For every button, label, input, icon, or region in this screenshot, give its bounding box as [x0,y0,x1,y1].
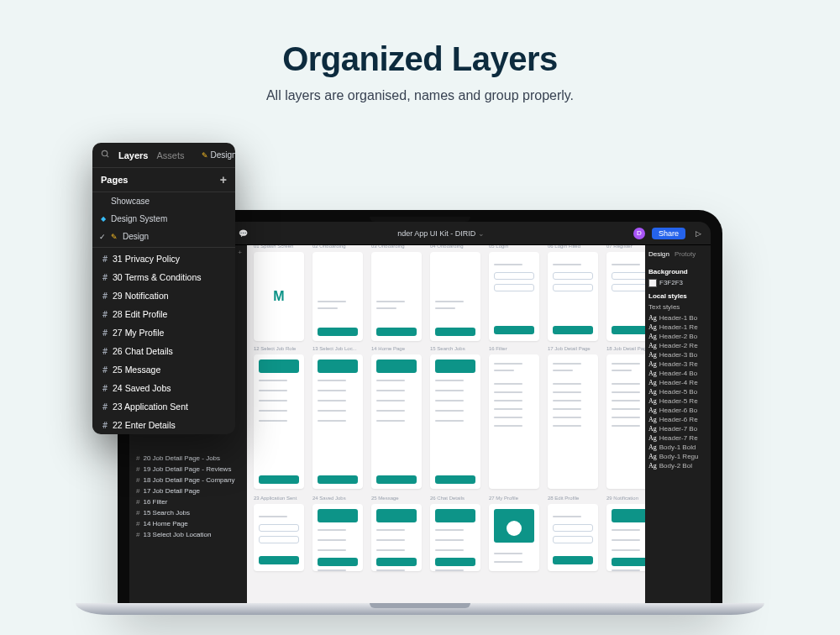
comment-tool-icon[interactable]: 💬 [237,228,249,239]
background-section-label: Background [648,268,707,276]
layer-frame-item[interactable]: #25 Message [92,360,235,379]
text-style-item[interactable]: AgHeader-5 Re [648,396,707,406]
artboard[interactable]: 02 Onboarding [312,252,363,341]
tab-assets[interactable]: Assets [156,150,184,160]
layer-frame-item[interactable]: #23 Application Sent [92,397,235,416]
document-title[interactable]: nder App UI Kit - DIRID ⌄ [255,229,627,238]
artboard-label: 12 Select Job Role [254,346,296,351]
text-style-item[interactable]: AgBody-2 Bol [648,461,707,470]
artboard-label: 24 Saved Jobs [312,496,346,501]
share-button[interactable]: Share [652,228,685,239]
artboard-label: 15 Search Jobs [430,346,465,351]
play-icon[interactable]: ▷ [692,228,704,239]
user-avatar[interactable]: D [633,228,645,239]
artboard[interactable]: 04 Onboarding [430,252,480,341]
artboard-label: 29 Notification [606,496,638,501]
artboard-label: 18 Job Detail Pag [606,346,645,351]
text-style-item[interactable]: AgHeader-6 Bo [648,406,707,415]
text-style-item[interactable]: AgHeader-6 Re [648,415,707,424]
artboard[interactable]: 01 Splash ScreenM [254,252,304,341]
text-style-item[interactable]: AgBody-1 Regu [648,452,707,461]
page-item[interactable]: Showcase [92,192,235,210]
artboard-label: 27 My Profile [489,496,518,501]
sidebar-frame-item[interactable]: #13 Select Job Location [129,529,247,540]
artboard[interactable]: 14 Home Page [371,354,422,489]
page-selector[interactable]: ✎ Design ⌃ [202,150,236,160]
layer-frame-item[interactable]: #30 Terms & Conditions [92,268,235,286]
laptop-base [76,603,764,615]
plus-icon[interactable]: + [238,249,242,256]
local-styles-label: Local styles [648,292,707,300]
sidebar-frame-item[interactable]: #20 Job Detail Page - Jobs [129,453,247,464]
artboard[interactable]: 07 Register [606,252,645,341]
tab-layers[interactable]: Layers [118,150,148,160]
text-style-item[interactable]: AgHeader-2 Bo [648,332,707,341]
artboard-label: 04 Onboarding [430,245,464,249]
text-style-item[interactable]: AgHeader-7 Re [648,433,707,443]
artboard[interactable]: 29 Notification [606,504,645,571]
artboard-label: 13 Select Job Loc... [312,346,357,351]
layer-frame-item[interactable]: #29 Notification [92,286,235,305]
sidebar-frame-item[interactable]: #15 Search Jobs [129,507,247,518]
editor-right-inspector: Design Prototy Background F3F2F3 Local s… [645,245,711,605]
artboard[interactable]: 06 Login Filled [548,252,598,341]
layer-frame-item[interactable]: #26 Chat Details [92,342,235,360]
artboard[interactable]: 16 Filter [489,354,539,489]
artboard[interactable]: 03 Onboarding [371,252,422,341]
artboard[interactable]: 24 Saved Jobs [312,504,363,571]
sidebar-frame-item[interactable]: #19 Job Detail Page - Reviews [129,464,247,475]
layers-panel: Layers Assets ✎ Design ⌃ Pages + Showcas… [92,143,235,434]
sidebar-frame-item[interactable]: #16 Filter [129,496,247,507]
page-item[interactable]: ✎Design [92,228,235,245]
artboard[interactable]: 25 Message [371,504,422,571]
artboard[interactable]: 17 Job Detail Page [548,354,598,489]
artboard-label: 06 Login Filled [548,245,580,249]
editor-canvas[interactable]: 01 Splash ScreenM02 Onboarding03 Onboard… [247,245,645,605]
tab-design[interactable]: Design [648,250,669,258]
layer-frame-item[interactable]: #27 My Profile [92,323,235,342]
text-style-item[interactable]: AgHeader-1 Re [648,323,707,332]
artboard-label: 23 Application Sent [254,496,297,501]
artboard-label: 28 Edit Profile [548,496,579,501]
artboard[interactable]: 05 Login [489,252,539,341]
text-styles-label: Text styles [648,303,707,311]
artboard-label: 02 Onboarding [312,245,346,249]
text-style-item[interactable]: AgHeader-1 Bo [648,313,707,323]
artboard[interactable]: 13 Select Job Loc... [312,354,363,489]
layer-frame-item[interactable]: #22 Enter Details [92,416,235,434]
tab-prototype[interactable]: Prototy [675,250,696,258]
page-item[interactable]: Design System [92,210,235,228]
sidebar-frame-item[interactable]: #14 Home Page [129,518,247,529]
pages-section-label: Pages [101,175,128,185]
artboard-label: 14 Home Page [371,346,405,351]
text-style-item[interactable]: AgHeader-3 Bo [648,350,707,359]
artboard[interactable]: 26 Chat Details [430,504,480,571]
search-icon[interactable] [101,150,110,160]
sidebar-frame-item[interactable]: #17 Job Detail Page [129,485,247,496]
artboard-label: 25 Message [371,496,399,501]
artboard-label: 03 Onboarding [371,245,405,249]
artboard-label: 16 Filter [489,346,507,351]
layer-frame-item[interactable]: #24 Saved Jobs [92,379,235,397]
text-style-item[interactable]: AgHeader-4 Bo [648,369,707,378]
artboard[interactable]: 28 Edit Profile [548,504,598,571]
background-hex: F3F2F3 [659,279,683,286]
artboard[interactable]: 23 Application Sent [254,504,304,571]
layer-frame-item[interactable]: #31 Privacy Policy [92,249,235,268]
text-style-item[interactable]: AgHeader-2 Re [648,341,707,350]
background-swatch[interactable] [648,279,657,287]
artboard[interactable]: 12 Select Job Role [254,354,304,489]
artboard[interactable]: 27 My Profile [489,504,539,571]
artboard-label: 07 Register [606,245,633,249]
layer-frame-item[interactable]: #28 Edit Profile [92,305,235,323]
text-style-item[interactable]: AgHeader-3 Re [648,359,707,369]
artboard[interactable]: 15 Search Jobs [430,354,480,489]
sidebar-frame-item[interactable]: #18 Job Detail Page - Company [129,475,247,485]
text-style-item[interactable]: AgHeader-4 Re [648,378,707,387]
artboard[interactable]: 18 Job Detail Pag [606,354,645,489]
add-page-button[interactable]: + [220,174,227,186]
page-subtitle: All layers are organised, names and grou… [0,88,840,103]
text-style-item[interactable]: AgBody-1 Bold [648,443,707,452]
text-style-item[interactable]: AgHeader-5 Bo [648,387,707,396]
text-style-item[interactable]: AgHeader-7 Bo [648,424,707,433]
